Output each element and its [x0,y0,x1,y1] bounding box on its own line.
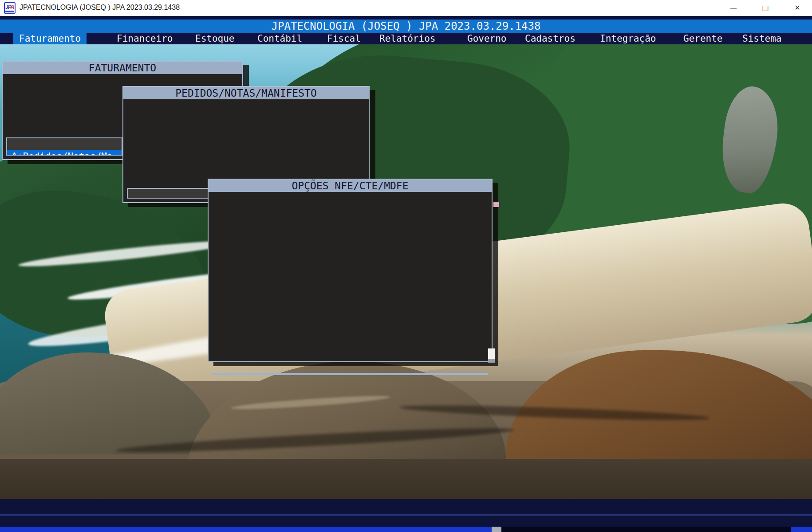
menu-sistema[interactable]: Sistema [742,33,782,44]
menu-window-title: FATURAMENTO [3,62,242,74]
status-divider [0,514,812,516]
menu-window-body: A:Gera Dados para NFS-E / RPS B:Gera Dad… [212,373,488,375]
menu-fiscal[interactable]: Fiscal [327,33,361,44]
cursor-artifact-gray [488,359,495,363]
close-icon[interactable]: ✕ [787,0,808,16]
cursor-artifact-pink [493,202,499,207]
menu-governo[interactable]: Governo [467,33,507,44]
menu-integracao[interactable]: Integração [600,33,656,44]
menu-faturamento[interactable]: Faturamento [13,33,87,44]
menu-estoque[interactable]: Estoque [195,33,235,44]
menu-relatorios[interactable]: Relatórios [379,33,435,44]
header-spacer [0,16,812,20]
bottom-progress-strip [0,527,492,532]
menu-cadastros[interactable]: Cadastros [525,33,575,44]
menu-window-title: OPÇÕES NFE/CTE/MDFE [209,180,492,192]
app-title: JPATECNOLOGIA (JOSEQ ) JPA 2023.03.29.14… [0,20,812,33]
bottom-strip-blue-end [791,527,812,532]
app-logo-icon: JPA [4,2,16,14]
bottom-strip-gray-segment [492,527,501,532]
menu-window-body: A:Pedidos/Notas/Ma B:Boletos C:Preços/Co… [6,137,122,156]
maximize-icon[interactable]: □ [755,0,776,16]
menu-window-opcoes-nfe-cte-mdfe: OPÇÕES NFE/CTE/MDFE A:Gera Dados para NF… [208,179,493,362]
os-window-title: JPATECNOLOGIA (JOSEQ ) JPA 2023.03.29.14… [20,4,180,12]
menu-contabil[interactable]: Contábil [257,33,302,44]
menu-financeiro[interactable]: Financeiro [117,33,173,44]
bottom-strip-dark-segment [501,527,791,532]
menu-gerente[interactable]: Gerente [683,33,723,44]
cursor-artifact-white [488,348,495,359]
app-logo-text: JP [5,4,11,10]
minimize-icon[interactable]: — [723,0,744,16]
menu-window-title: PEDIDOS/NOTAS/MANIFESTO [123,87,369,99]
app-title-bar: JPATECNOLOGIA (JOSEQ ) JPA 2023.03.29.14… [0,20,812,33]
menu-bar: Faturamento Financeiro Estoque Contábil … [0,33,812,44]
os-titlebar: JPA JPATECNOLOGIA (JOSEQ ) JPA 2023.03.2… [0,0,812,16]
app-window: JPA JPATECNOLOGIA (JOSEQ ) JPA 2023.03.2… [0,0,812,532]
menu-item-pedidos-notas[interactable]: A:Pedidos/Notas/Ma [7,150,122,156]
